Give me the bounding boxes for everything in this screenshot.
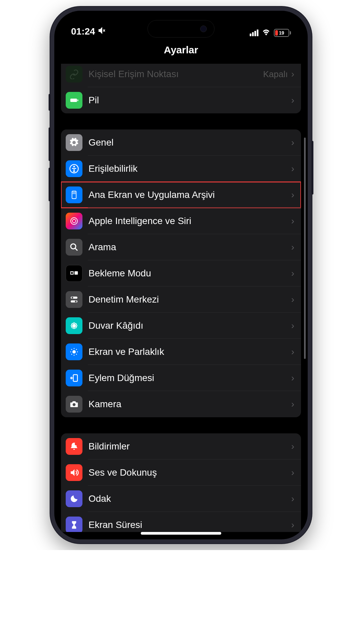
row-label: Eylem Düğmesi: [88, 373, 291, 383]
svg-point-9: [74, 193, 75, 194]
camera-icon: [66, 396, 82, 413]
settings-content[interactable]: Kişisel Erişim Noktası Kapalı › Pil ›: [54, 64, 308, 532]
wallpaper-icon: [66, 317, 82, 334]
action-button-icon: [66, 370, 82, 386]
svg-point-27: [75, 326, 76, 328]
svg-point-5: [73, 192, 74, 193]
chevron-right-icon: ›: [291, 493, 294, 504]
row-standby[interactable]: Bekleme Modu ›: [61, 260, 301, 286]
row-screen-time[interactable]: Ekran Süresi ›: [61, 512, 301, 532]
chevron-right-icon: ›: [291, 346, 294, 357]
settings-section-notifications: Bildirimler › Ses ve Dokunuş › Odak ›: [61, 433, 301, 532]
row-sounds[interactable]: Ses ve Dokunuş ›: [61, 460, 301, 486]
home-indicator[interactable]: [141, 532, 221, 535]
row-general[interactable]: Genel ›: [61, 129, 301, 156]
svg-point-28: [72, 326, 73, 328]
svg-rect-1: [77, 100, 78, 101]
row-focus[interactable]: Odak ›: [61, 486, 301, 512]
row-display[interactable]: Ekran ve Parlaklık ›: [61, 339, 301, 365]
link-icon: [66, 66, 82, 83]
chevron-right-icon: ›: [291, 95, 294, 106]
status-time: 01:24: [71, 26, 95, 37]
row-battery[interactable]: Pil ›: [61, 87, 301, 113]
row-label: Kamera: [88, 399, 291, 410]
row-label: Denetim Merkezi: [88, 294, 291, 305]
svg-point-6: [74, 192, 75, 193]
row-camera[interactable]: Kamera ›: [61, 391, 301, 417]
svg-point-7: [75, 192, 76, 193]
moon-icon: [66, 490, 82, 507]
chevron-right-icon: ›: [291, 294, 294, 305]
phone-frame: 01:24 19: [50, 7, 312, 543]
standby-icon: [66, 265, 82, 282]
siri-icon: [66, 213, 82, 229]
chevron-right-icon: ›: [291, 69, 294, 79]
svg-rect-15: [74, 271, 78, 275]
chevron-right-icon: ›: [291, 520, 294, 530]
scrollbar[interactable]: [304, 138, 306, 359]
row-action-button[interactable]: Eylem Düğmesi ›: [61, 365, 301, 391]
svg-point-13: [71, 244, 76, 249]
svg-point-8: [73, 193, 74, 194]
svg-point-18: [72, 297, 73, 299]
row-label: Odak: [88, 493, 291, 504]
battery-icon: [66, 92, 82, 109]
svg-point-26: [72, 323, 73, 325]
svg-rect-0: [70, 99, 77, 102]
control-center-icon: [66, 291, 82, 308]
row-label: Erişilebilirlik: [88, 163, 291, 174]
brightness-icon: [66, 343, 82, 360]
chevron-right-icon: ›: [291, 441, 294, 452]
speaker-icon: [66, 464, 82, 481]
gear-icon: [66, 134, 82, 151]
row-label: Ekran ve Parlaklık: [88, 346, 291, 357]
chevron-right-icon: ›: [291, 373, 294, 383]
svg-point-32: [75, 443, 78, 445]
row-label: Ses ve Dokunuş: [88, 467, 291, 478]
row-personal-hotspot[interactable]: Kişisel Erişim Noktası Kapalı ›: [61, 64, 301, 87]
silence-switch: [49, 94, 51, 111]
chevron-right-icon: ›: [291, 399, 294, 410]
volume-down-button: [49, 168, 51, 201]
row-label: Ana Ekran ve Uygulama Arşivi: [88, 190, 291, 200]
home-screen-icon: [66, 186, 82, 203]
row-siri[interactable]: Apple Intelligence ve Siri ›: [61, 208, 301, 234]
accessibility-icon: [66, 160, 82, 177]
silent-mode-icon: [98, 26, 106, 37]
settings-section-connectivity: Kişisel Erişim Noktası Kapalı › Pil ›: [61, 64, 301, 113]
search-icon: [66, 239, 82, 256]
svg-point-31: [73, 403, 76, 406]
chevron-right-icon: ›: [291, 190, 294, 200]
svg-point-10: [75, 193, 76, 194]
row-accessibility[interactable]: Erişilebilirlik ›: [61, 156, 301, 182]
row-value: Kapalı: [263, 69, 288, 79]
wifi-icon: [262, 29, 270, 37]
row-label: Genel: [88, 137, 291, 148]
row-notifications[interactable]: Bildirimler ›: [61, 433, 301, 460]
row-label: Duvar Kâğıdı: [88, 320, 291, 331]
battery-percentage: 19: [279, 30, 284, 36]
row-label: Bildirimler: [88, 441, 291, 452]
svg-point-3: [73, 166, 75, 167]
row-control-center[interactable]: Denetim Merkezi ›: [61, 286, 301, 313]
row-label: Ekran Süresi: [88, 520, 291, 530]
row-label: Bekleme Modu: [88, 268, 291, 279]
row-label: Apple Intelligence ve Siri: [88, 216, 291, 226]
cellular-signal-icon: [250, 30, 258, 36]
row-search[interactable]: Arama ›: [61, 234, 301, 260]
bell-icon: [66, 438, 82, 455]
chevron-right-icon: ›: [291, 467, 294, 478]
chevron-right-icon: ›: [291, 242, 294, 253]
row-wallpaper[interactable]: Duvar Kâğıdı ›: [61, 313, 301, 339]
chevron-right-icon: ›: [291, 216, 294, 226]
row-home-screen[interactable]: Ana Ekran ve Uygulama Arşivi ›: [61, 182, 301, 208]
chevron-right-icon: ›: [291, 137, 294, 148]
power-button: [311, 141, 313, 195]
page-title: Ayarlar: [54, 41, 308, 64]
chevron-right-icon: ›: [291, 320, 294, 331]
svg-point-30: [72, 350, 76, 354]
svg-point-20: [75, 301, 77, 302]
svg-point-11: [71, 218, 77, 224]
svg-point-29: [75, 323, 76, 325]
row-label: Arama: [88, 242, 291, 253]
